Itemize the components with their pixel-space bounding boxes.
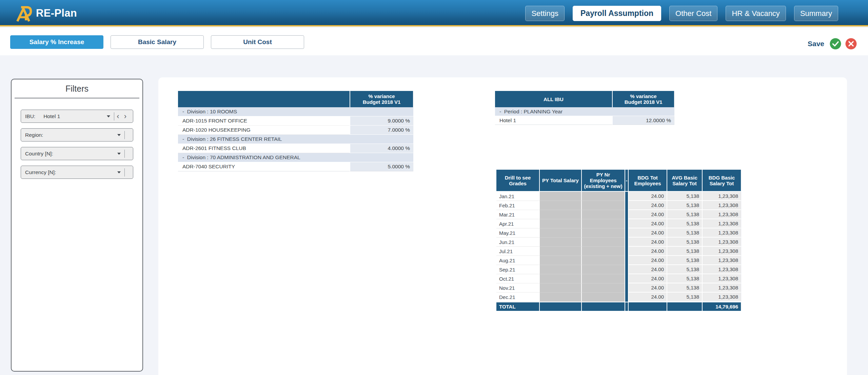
all-ibu-table: ALL IBU % variance Budget 2018 V1 - Peri… [495,91,674,125]
bdg-tot-employees-cell: 24.00 [628,210,667,219]
bdg-basic-salary-tot-cell: 1,23,308 [702,238,741,247]
bdg-basic-salary-tot-cell: 1,23,308 [702,219,741,228]
ibu-cell: Hotel 1 [495,116,612,125]
py-nr-employees-cell [581,274,625,283]
dropdown-caret-icon[interactable] [117,134,121,136]
filters-divider [15,98,139,98]
variance-value-cell[interactable]: 9.0000 % [350,116,413,126]
next-item-icon[interactable]: › [122,113,129,120]
replan-logo-icon [14,4,33,23]
filter-label: Country [N]: [25,151,53,157]
bdg-tot-employees-cell: 24.00 [628,247,667,256]
filter-value: Hotel 1 [43,113,60,119]
total-label: TOTAL [496,302,539,311]
separator-cell [625,228,628,238]
divider [124,168,125,176]
table-row: Jul.2124.005,1381,23,308 [496,247,741,256]
variance-value-cell[interactable]: 7.0000 % [350,126,413,135]
toolbar: Salary % IncreaseBasic SalaryUnit Cost S… [0,28,868,55]
bdg-basic-salary-tot-cell: 1,23,308 [702,201,741,210]
avg-basic-salary-tot-cell: 5,138 [667,274,702,283]
separator-cell [625,219,628,228]
dropdown-caret-icon[interactable] [107,115,110,117]
filter-country-n[interactable]: Country [N]: [21,147,133,160]
division-group-row: - Division : 10 ROOMS [178,107,413,116]
drill-month-cell[interactable]: Jun.21 [496,238,539,247]
drill-month-cell[interactable]: Oct.21 [496,274,539,283]
separator-cell [625,265,628,274]
filter-currency-n[interactable]: Currency [N]: [21,166,133,179]
py-total-salary-cell [539,274,581,283]
separator-cell [625,293,628,302]
drill-month-cell[interactable]: Jan.21 [496,192,539,201]
table-row: Mar.2124.005,1381,23,308 [496,210,741,219]
tab-basic-salary[interactable]: Basic Salary [111,35,204,49]
app-window: RE-Plan SettingsPayroll AssumptionOther … [0,0,868,375]
bdg-tot-employees-cell: 24.00 [628,201,667,210]
drill-month-cell[interactable]: Mar.21 [496,210,539,219]
monthly-salary-table: Drill to see GradesPY Total SalaryPY Nr … [496,170,741,311]
py-total-salary-cell [539,201,581,210]
nav-settings[interactable]: Settings [525,6,565,21]
filter-region[interactable]: Region: [21,128,133,142]
prev-item-icon[interactable]: ‹ [114,113,121,120]
tab-unit-cost[interactable]: Unit Cost [211,35,304,49]
drill-month-cell[interactable]: Nov.21 [496,283,539,293]
drill-month-cell[interactable]: Apr.21 [496,219,539,228]
dropdown-caret-icon[interactable] [117,153,121,155]
save-confirm-icon[interactable] [830,38,841,50]
table-row: May.2124.005,1381,23,308 [496,228,741,238]
table-row: Apr.2124.005,1381,23,308 [496,219,741,228]
drill-month-cell[interactable]: Sep.21 [496,265,539,274]
total-empty-cell [625,302,628,311]
department-cell: ADR-1020 HOUSEKEEPING [178,126,350,135]
drill-month-cell[interactable]: Feb.21 [496,201,539,210]
save-group: Save [808,38,857,50]
separator-cell [625,274,628,283]
dropdown-caret-icon[interactable] [117,171,121,173]
drill-month-cell[interactable]: May.21 [496,228,539,238]
avg-basic-salary-tot-cell: 5,138 [667,256,702,265]
py-nr-employees-cell [581,238,625,247]
table-row: Hotel 1 12.0000 % [495,116,674,125]
py-nr-employees-cell [581,256,625,265]
col-header-py-nr-employees-existing-new: PY Nr Employees (existing + new) [581,170,625,192]
save-cancel-icon[interactable] [845,38,857,50]
table-row: ADR-7040 SECURITY5.0000 % [178,162,413,171]
col-header-bdg-tot-employees: BDG Tot Employees [628,170,667,192]
department-cell: ADR-1015 FRONT OFFICE [178,116,350,126]
variance-header-line2: Budget 2018 V1 [614,99,673,105]
drill-month-cell[interactable]: Aug.21 [496,256,539,265]
tab-salary-increase[interactable]: Salary % Increase [10,35,103,49]
table-row: - Division : 10 ROOMS [178,107,413,116]
col-header-separator: - [625,170,628,192]
nav-summary[interactable]: Summary [794,6,838,21]
separator-cell [625,256,628,265]
nav-other-cost[interactable]: Other Cost [669,6,717,21]
variance-value-cell[interactable]: 12.0000 % [612,116,674,125]
nav-hr-vacancy[interactable]: HR & Vacancy [726,6,786,21]
division-column-header [178,91,350,107]
drill-month-cell[interactable]: Jul.21 [496,247,539,256]
filter-ibu[interactable]: IBU:Hotel 1‹› [21,110,133,123]
variance-value-cell[interactable]: 5.0000 % [350,162,413,171]
department-cell: ADR-2601 FITNESS CLUB [178,144,350,153]
bdg-basic-salary-tot-cell: 1,23,308 [702,210,741,219]
bdg-basic-salary-tot-cell: 1,23,308 [702,247,741,256]
table-row: Sep.2124.005,1381,23,308 [496,265,741,274]
py-total-salary-cell [539,192,581,201]
bdg-tot-employees-cell: 24.00 [628,256,667,265]
variance-value-cell[interactable]: 4.0000 % [350,144,413,153]
total-empty-cell [581,302,625,311]
app-logo[interactable]: RE-Plan [14,0,77,26]
drill-month-cell[interactable]: Dec.21 [496,293,539,302]
period-group-row: - Period : PLANNING Year [495,107,674,116]
table-row: - Division : 70 ADMINISTRATION AND GENER… [178,153,413,162]
filter-label: IBU: [25,113,35,119]
py-nr-employees-cell [581,228,625,238]
bdg-tot-employees-cell: 24.00 [628,274,667,283]
py-total-salary-cell [539,219,581,228]
py-total-salary-cell [539,238,581,247]
nav-payroll-assumption[interactable]: Payroll Assumption [573,6,661,21]
table-row: Jan.2124.005,1381,23,308 [496,192,741,201]
